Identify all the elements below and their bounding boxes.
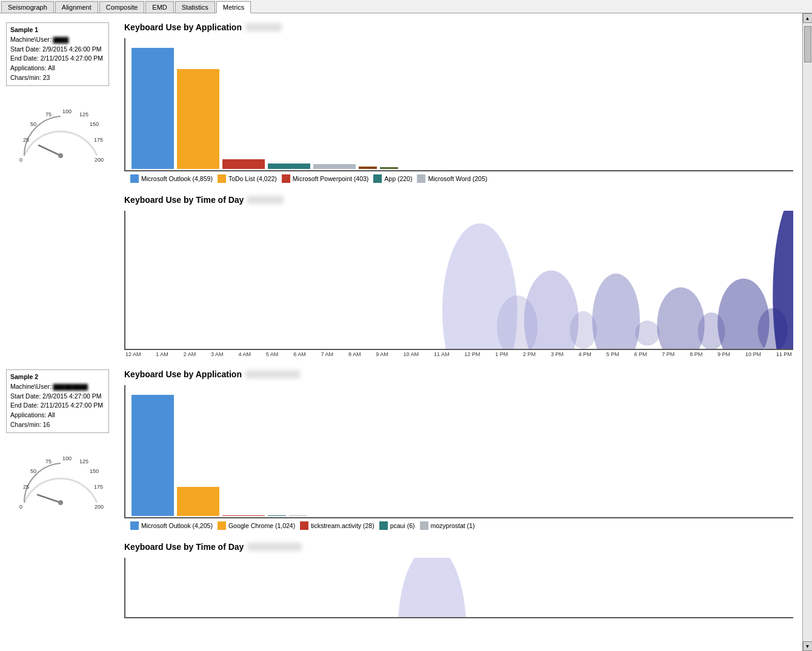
legend-color-chrome	[218, 521, 226, 530]
left-panel-empty1	[0, 192, 121, 360]
legend-label-todo: ToDo List (4,022)	[228, 175, 277, 182]
svg-line-32	[38, 495, 61, 503]
scrollbar-track-v[interactable]	[804, 23, 812, 641]
bar-pcaui	[268, 515, 286, 516]
sample2-end: End Date: 2/11/2015 4:27:00 PM	[10, 401, 105, 411]
bar-chart-1	[124, 38, 793, 171]
bar-chrome	[177, 487, 219, 516]
time-label-4am: 4 AM	[238, 351, 251, 357]
svg-text:125: 125	[79, 111, 88, 117]
sample1-info: Sample 1 Machine\User: ████ Start Date: …	[6, 22, 109, 86]
svg-point-33	[58, 500, 63, 505]
scrollbar-thumb-v[interactable]	[804, 26, 811, 62]
time-label-9pm: 9 PM	[717, 351, 730, 357]
section-sample2-bar: Sample 2 Machine\User: █████████ Start D…	[0, 366, 802, 533]
scrollbar-up-button[interactable]: ▲	[803, 13, 813, 23]
sample2-machine: Machine\User: █████████	[10, 382, 105, 392]
legend-label-app: App (220)	[384, 175, 412, 182]
svg-text:150: 150	[90, 468, 99, 474]
time-label-12pm: 12 PM	[464, 351, 480, 357]
bars-container-1	[125, 38, 793, 170]
svg-text:25: 25	[23, 137, 29, 143]
legend-item-app: App (220)	[373, 174, 412, 183]
svg-text:75: 75	[45, 458, 52, 464]
legend-1: Microsoft Outlook (4,859) ToDo List (4,0…	[130, 174, 793, 183]
tod-chart-2	[124, 558, 793, 618]
section-sample1-bar: Sample 1 Machine\User: ████ Start Date: …	[0, 19, 802, 186]
left-panel-empty2	[0, 539, 121, 621]
bar-outlook-2	[131, 395, 174, 516]
svg-text:175: 175	[94, 137, 103, 143]
legend-item-chrome: Google Chrome (1,024)	[218, 521, 295, 530]
svg-text:100: 100	[62, 108, 72, 114]
svg-line-9	[39, 145, 61, 156]
legend-2: Microsoft Outlook (4,205) Google Chrome …	[130, 521, 793, 530]
legend-label-tickstream: tickstream.activity (28)	[311, 522, 374, 529]
legend-color-tickstream	[300, 521, 308, 530]
legend-label-word: Microsoft Word (205)	[428, 175, 487, 182]
sample1-chars: Chars/min: 23	[10, 73, 105, 83]
gauge1: 0 25 50 75 100 125 150 17	[12, 92, 109, 171]
gauge2: 0 25 50 75 100 125 150 175 200	[12, 439, 109, 518]
bar-chart-2	[124, 385, 793, 518]
sample2-start: Start Date: 2/9/2015 4:27:00 PM	[10, 392, 105, 402]
scrollbar-vertical[interactable]: ▲ ▼	[802, 13, 812, 651]
tab-emd[interactable]: EMD	[145, 1, 173, 13]
time-label-1am: 1 AM	[156, 351, 168, 357]
time-label-11am: 11 AM	[434, 351, 450, 357]
scroll-area[interactable]: Sample 1 Machine\User: ████ Start Date: …	[0, 13, 802, 651]
tod-chart-1	[124, 211, 793, 350]
left-panel-sample1: Sample 1 Machine\User: ████ Start Date: …	[0, 19, 121, 186]
legend-label-chrome: Google Chrome (1,024)	[228, 522, 295, 529]
svg-text:125: 125	[79, 458, 88, 464]
chart3-title-blur	[245, 370, 300, 378]
chart1-title: Keyboard Use by Application	[124, 22, 793, 32]
scrollbar-down-button[interactable]: ▼	[803, 641, 813, 651]
time-label-6pm: 6 PM	[634, 351, 647, 357]
sample2-title: Sample 2	[10, 373, 38, 380]
svg-text:150: 150	[90, 121, 99, 127]
bar-mozy	[289, 515, 307, 516]
bar-todo	[177, 69, 219, 169]
chart2-title: Keyboard Use by Time of Day	[124, 195, 793, 205]
svg-text:75: 75	[45, 111, 52, 117]
sample1-start: Start Date: 2/9/2015 4:26:00 PM	[10, 45, 105, 55]
time-label-2am: 2 AM	[184, 351, 196, 357]
legend-color-outlook1	[130, 174, 139, 183]
legend-item-pcaui: pcaui (6)	[379, 521, 415, 530]
sample2-apps: Applications: All	[10, 411, 105, 420]
left-panel-sample2: Sample 2 Machine\User: █████████ Start D…	[0, 366, 121, 533]
tab-alignment[interactable]: Alignment	[55, 1, 98, 13]
tab-metrics[interactable]: Metrics	[216, 1, 251, 13]
time-label-4pm: 4 PM	[579, 351, 591, 357]
chart-area-2: Keyboard Use by Time of Day	[121, 192, 802, 360]
chart4-title-blur	[247, 543, 302, 551]
svg-point-10	[58, 153, 63, 158]
svg-text:25: 25	[23, 484, 29, 490]
time-label-7pm: 7 PM	[662, 351, 674, 357]
legend-color-todo	[218, 174, 226, 183]
section-sample1-tod: Keyboard Use by Time of Day	[0, 192, 802, 360]
bar-app	[268, 164, 310, 169]
tab-seismograph[interactable]: Seismograph	[1, 1, 54, 13]
tab-statistics[interactable]: Statistics	[175, 1, 215, 13]
bars-container-2	[125, 385, 793, 517]
legend-color-word	[417, 174, 425, 183]
svg-point-16	[635, 320, 659, 345]
legend-item-mozy: mozyprostat (1)	[420, 521, 475, 530]
svg-text:100: 100	[62, 455, 72, 461]
bar-tickstream	[222, 515, 265, 516]
time-label-5pm: 5 PM	[607, 351, 619, 357]
bar-extra2	[380, 167, 398, 169]
legend-item-outlook2: Microsoft Outlook (4,205)	[130, 521, 213, 530]
svg-text:0: 0	[19, 504, 22, 510]
time-label-6am: 6 AM	[293, 351, 306, 357]
legend-item-ppt: Microsoft Powerpoint (403)	[282, 174, 368, 183]
svg-point-15	[592, 274, 640, 349]
legend-label-outlook1: Microsoft Outlook (4,859)	[141, 175, 213, 182]
time-label-10am: 10 AM	[404, 351, 419, 357]
svg-text:0: 0	[19, 157, 22, 163]
time-label-3pm: 3 PM	[551, 351, 564, 357]
time-label-2pm: 2 PM	[523, 351, 536, 357]
tab-composite[interactable]: Composite	[99, 1, 145, 13]
